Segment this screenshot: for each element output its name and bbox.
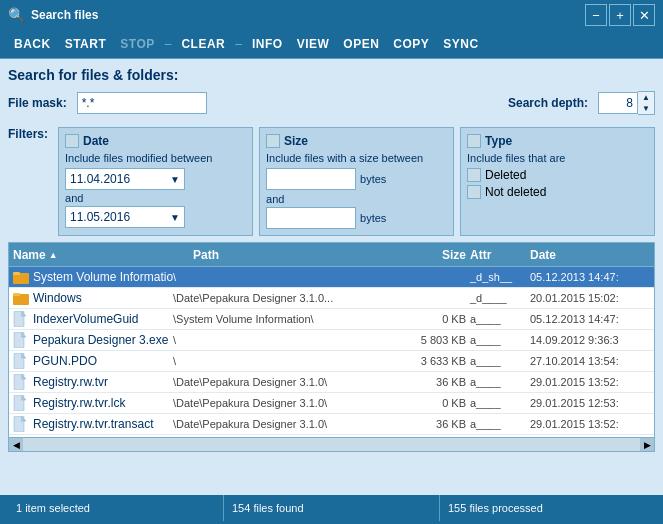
file-path: \ — [173, 355, 400, 367]
back-button[interactable]: BACK — [8, 33, 57, 55]
info-button[interactable]: INFO — [246, 33, 289, 55]
maximize-button[interactable]: + — [609, 4, 631, 26]
date-filter: Date Include files modified between 11.0… — [58, 127, 253, 236]
toolbar: BACK START STOP – CLEAR – INFO VIEW OPEN… — [0, 30, 663, 59]
scroll-track[interactable] — [23, 438, 640, 452]
file-name: Registry.rw.tvr.lck — [13, 395, 173, 411]
type-checkbox[interactable] — [467, 134, 481, 148]
date-filter-desc: Include files modified between — [65, 152, 246, 164]
table-row[interactable]: Registry.rw.tvr.transact\Date\Pepakura D… — [9, 414, 654, 435]
col-header-size[interactable]: Size — [400, 248, 470, 262]
table-row[interactable]: System Volume Information\_d_sh__05.12.2… — [9, 267, 654, 288]
file-path: \ — [173, 271, 400, 283]
size-filter-header: Size — [266, 134, 447, 148]
status-selected-text: 1 item selected — [8, 502, 98, 514]
type-option-deleted: Deleted — [467, 168, 648, 182]
size-filter-desc: Include files with a size between — [266, 152, 447, 164]
clear-button[interactable]: CLEAR — [175, 33, 231, 55]
file-icon — [13, 374, 29, 390]
spin-up-button[interactable]: ▲ — [638, 92, 654, 103]
stop-button[interactable]: STOP — [114, 33, 160, 55]
deleted-label: Deleted — [485, 168, 526, 182]
file-date: 05.12.2013 14:47: — [530, 271, 650, 283]
minimize-button[interactable]: − — [585, 4, 607, 26]
window-controls: − + ✕ — [585, 4, 655, 26]
folder-icon — [13, 290, 29, 306]
file-name: Registry.rw.tvr.transact — [13, 416, 173, 432]
type-filter-title: Type — [485, 134, 512, 148]
view-button[interactable]: VIEW — [291, 33, 336, 55]
scroll-right-button[interactable]: ▶ — [640, 438, 654, 452]
app-icon: 🔍 — [8, 7, 25, 23]
folder-icon — [13, 269, 29, 285]
file-icon — [13, 416, 29, 432]
file-size: 3 633 KB — [400, 355, 470, 367]
col-header-name[interactable]: Name ▲ — [13, 248, 193, 262]
col-date-label: Date — [530, 248, 556, 262]
size-to-input[interactable] — [266, 207, 356, 229]
bytes-label-2: bytes — [360, 212, 386, 224]
file-path: \Date\Pepakura Designer 3.1.0... — [173, 292, 400, 304]
date-from-input[interactable]: 11.04.2016 ▼ — [65, 168, 185, 190]
date-from-arrow: ▼ — [170, 174, 180, 185]
copy-button[interactable]: COPY — [387, 33, 435, 55]
date-to-input[interactable]: 11.05.2016 ▼ — [65, 206, 185, 228]
file-size: 0 KB — [400, 397, 470, 409]
table-row[interactable]: Pepakura Designer 3.exe\5 803 KBa____14.… — [9, 330, 654, 351]
file-date: 29.01.2015 13:52: — [530, 376, 650, 388]
table-row[interactable]: PGUN.PDO\3 633 KBa____27.10.2014 13:54: — [9, 351, 654, 372]
bytes-label-1: bytes — [360, 173, 386, 185]
file-name: IndexerVolumeGuid — [13, 311, 173, 327]
date-to-value: 11.05.2016 — [70, 210, 130, 224]
file-attr: a____ — [470, 418, 530, 430]
deleted-checkbox[interactable] — [467, 168, 481, 182]
table-row[interactable]: Registry.rw.tvr.lck\Date\Pepakura Design… — [9, 393, 654, 414]
size-filter: Size Include files with a size between b… — [259, 127, 454, 236]
file-attr: a____ — [470, 313, 530, 325]
status-processed-text: 155 files processed — [440, 502, 551, 514]
size-filter-title: Size — [284, 134, 308, 148]
file-attr: _d____ — [470, 292, 530, 304]
open-button[interactable]: OPEN — [337, 33, 385, 55]
file-attr: a____ — [470, 355, 530, 367]
file-icon — [13, 311, 29, 327]
date-checkbox[interactable] — [65, 134, 79, 148]
size-checkbox[interactable] — [266, 134, 280, 148]
filters-label: Filters: — [8, 127, 48, 141]
file-path: \Date\Pepakura Designer 3.1.0\ — [173, 376, 400, 388]
date-from-value: 11.04.2016 — [70, 172, 130, 186]
file-mask-input[interactable] — [77, 92, 207, 114]
file-date: 29.01.2015 12:53: — [530, 397, 650, 409]
file-attr: a____ — [470, 334, 530, 346]
close-button[interactable]: ✕ — [633, 4, 655, 26]
status-found-text: 154 files found — [224, 502, 312, 514]
file-date: 14.09.2012 9:36:3 — [530, 334, 650, 346]
search-depth-label: Search depth: — [508, 96, 588, 110]
spin-down-button[interactable]: ▼ — [638, 103, 654, 114]
col-header-attr[interactable]: Attr — [470, 248, 530, 262]
horizontal-scrollbar[interactable]: ◀ ▶ — [9, 437, 654, 451]
scroll-left-button[interactable]: ◀ — [9, 438, 23, 452]
file-name: PGUN.PDO — [13, 353, 173, 369]
file-date: 27.10.2014 13:54: — [530, 355, 650, 367]
table-row[interactable]: Windows\Date\Pepakura Designer 3.1.0..._… — [9, 288, 654, 309]
start-button[interactable]: START — [59, 33, 113, 55]
search-depth-input[interactable] — [598, 92, 638, 114]
not-deleted-checkbox[interactable] — [467, 185, 481, 199]
table-row[interactable]: IndexerVolumeGuid\System Volume Informat… — [9, 309, 654, 330]
file-name: Windows — [13, 290, 173, 306]
col-header-path[interactable]: Path — [193, 248, 400, 262]
table-row[interactable]: Registry.rw.tvr\Date\Pepakura Designer 3… — [9, 372, 654, 393]
size-from-input[interactable] — [266, 168, 356, 190]
file-mask-label: File mask: — [8, 96, 67, 110]
window-title: Search files — [31, 8, 98, 22]
sort-arrow-icon: ▲ — [49, 250, 58, 260]
file-list-body: System Volume Information\_d_sh__05.12.2… — [9, 267, 654, 437]
status-selected: 1 item selected — [8, 495, 224, 521]
col-header-date[interactable]: Date — [530, 248, 650, 262]
toolbar-sep-2: – — [235, 37, 242, 51]
sync-button[interactable]: SYNC — [437, 33, 484, 55]
type-options: Deleted Not deleted — [467, 168, 648, 199]
file-icon — [13, 332, 29, 348]
file-name: System Volume Information — [13, 269, 173, 285]
